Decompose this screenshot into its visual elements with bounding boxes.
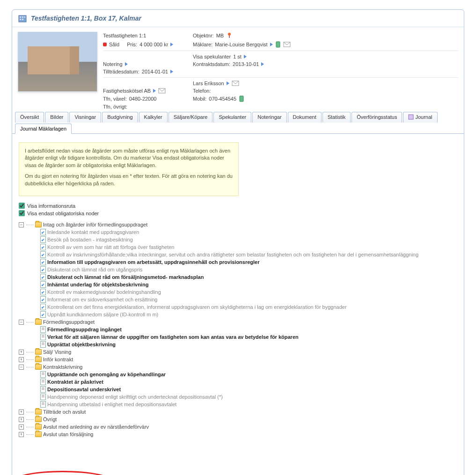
tab--verf-ringsstatus[interactable]: Överföringsstatus <box>352 112 402 123</box>
tab-spekulanter[interactable]: Spekulanter <box>213 112 251 123</box>
tree-toggle-icon[interactable]: − <box>19 365 24 370</box>
tree-item[interactable]: Förmedlingsuppdrag ingånget <box>33 326 457 333</box>
tab-statistik[interactable]: Statistik <box>322 112 351 123</box>
tab-budgivning[interactable]: Budgivning <box>102 112 138 123</box>
pin-icon[interactable] <box>226 32 233 39</box>
maklare-expand-icon[interactable] <box>270 43 273 46</box>
tree-item[interactable]: Handpenning deponerad enligt skriftligt … <box>33 393 457 401</box>
tree-item[interactable]: Informerat om ev sidoverksamhet och ersä… <box>33 296 457 303</box>
mail-icon[interactable] <box>232 80 239 86</box>
mail-icon[interactable] <box>158 88 166 94</box>
tab-label: Spekulanter <box>219 114 246 120</box>
tree-toggle-icon[interactable]: + <box>19 432 24 437</box>
tree-item[interactable]: Kontroll av inskrivningsförhållande;vilk… <box>33 251 457 258</box>
tab-bar: ÖversiktBilderVisningarBudgivningKalkyle… <box>12 111 464 133</box>
tree-item[interactable]: Information till uppdragsgivaren om arbe… <box>33 258 457 266</box>
tree-folder[interactable]: −Kontraktskrivning <box>19 363 457 371</box>
tree-item[interactable]: Kontrollerat om det finns energideklarat… <box>33 303 457 311</box>
pris-expand-icon[interactable] <box>170 43 173 46</box>
tree-item[interactable]: Diskuterat och lämnat råd om försäljning… <box>33 273 457 281</box>
company-expand-icon[interactable] <box>153 89 156 93</box>
property-thumbnail[interactable] <box>18 32 97 92</box>
tree-toggle-icon[interactable]: + <box>19 357 24 362</box>
tfn-vaxel-value: 0480-22000 <box>129 96 157 102</box>
checkbox-visa-inforuta-label[interactable]: Visa informationsruta <box>27 203 75 209</box>
folder-icon <box>35 364 42 370</box>
tab-visningar[interactable]: Visningar <box>69 112 101 123</box>
checkbox-visa-inforuta[interactable] <box>19 203 25 209</box>
tab-journal-m-klarlagen[interactable]: Journal Mäklarlagen <box>15 124 72 134</box>
tree-label: Diskuterat och lämnat råd om utgångspris <box>47 266 143 273</box>
tree-toggle-icon[interactable]: − <box>19 320 24 325</box>
svg-rect-5 <box>22 19 23 20</box>
tilltrade-expand-icon[interactable] <box>170 70 173 73</box>
tab-label: Noteringar <box>257 114 281 120</box>
tree-item[interactable]: Inledande kontakt med uppdragsgivaren <box>33 228 457 236</box>
tab-s-ljare-k-pare[interactable]: Säljare/Köpare <box>168 112 213 123</box>
folder-icon <box>35 424 42 430</box>
tree-toggle-icon[interactable]: + <box>19 409 24 415</box>
tree-folder[interactable]: +Övrigt <box>19 416 457 423</box>
spekulanter-expand-icon[interactable] <box>244 55 247 58</box>
doc-icon <box>40 371 46 378</box>
tab-noteringar[interactable]: Noteringar <box>252 112 286 123</box>
tree-label: Information till uppdragsgivaren om arbe… <box>47 258 260 266</box>
tree-label: Informerat om ev sidoverksamhet och ersä… <box>47 296 157 303</box>
tree-item[interactable]: Upprättande och genomgång av köpehandlin… <box>33 371 457 378</box>
folder-icon <box>35 319 42 325</box>
folder-icon <box>35 349 42 355</box>
visa-spekulanter-label: Visa spekulanter <box>193 54 231 59</box>
tree-label: Upprättande och genomgång av köpehandlin… <box>47 371 166 378</box>
doc-icon <box>40 401 46 408</box>
phone-icon[interactable] <box>275 41 281 48</box>
tree-folder[interactable]: −Intag och åtgärder inför förmedlingsupp… <box>19 221 457 228</box>
tree-folder[interactable]: +Tillträde och avslut <box>19 408 457 416</box>
tree-item[interactable]: Besök på bostaden - intagsbesiktning <box>33 236 457 243</box>
tree-label: Kontrollerat om det finns energideklarat… <box>47 303 347 311</box>
tree-item[interactable]: Kontroll ev makemedgivande/ bodelningsha… <box>33 288 457 296</box>
tree-item[interactable]: Kontraktet är påskrivet <box>33 378 457 386</box>
tree-toggle-icon[interactable]: − <box>19 222 24 227</box>
kontraktsdatum-label: Kontraktsdatum: <box>193 61 230 67</box>
tab-bilder[interactable]: Bilder <box>45 112 68 123</box>
tab-dokument[interactable]: Dokument <box>288 112 322 123</box>
status-label: Såld <box>109 42 119 47</box>
objektnr-label: Objektnr: <box>193 33 214 38</box>
tree-label: Sälj/ Visning <box>43 348 71 356</box>
tree-folder[interactable]: +Sälj/ Visning <box>19 348 457 356</box>
tree-item[interactable]: Depositionsavtal underskrivet <box>33 386 457 393</box>
tilltradesdatum-value: 2014-01-01 <box>142 69 168 74</box>
tree-toggle-icon[interactable]: + <box>19 424 24 430</box>
tree-item[interactable]: Verkat för att säljaren lämnar de uppgif… <box>33 333 457 341</box>
tab-kalkyler[interactable]: Kalkyler <box>139 112 168 123</box>
tree-item[interactable]: Diskuterat och lämnat råd om utgångspris <box>33 266 457 273</box>
notering-expand-icon[interactable] <box>125 62 128 66</box>
checkbox-visa-obligatoriska[interactable] <box>19 210 25 216</box>
tab--versikt[interactable]: Översikt <box>15 112 44 123</box>
tree-item[interactable]: Inhämtat underlag för objektsbeskrivning <box>33 281 457 288</box>
phone-icon[interactable] <box>239 95 244 102</box>
checkbox-visa-obligatoriska-label[interactable]: Visa endast obligatoriska noder <box>27 211 99 216</box>
tree-folder[interactable]: +Avslut med anledning av ev närståendefö… <box>19 423 457 431</box>
doc-check-icon <box>40 251 46 258</box>
tree-item[interactable]: Handpenning utbetalad i enlighet med dep… <box>33 401 457 408</box>
tree-toggle-icon[interactable]: + <box>19 350 24 355</box>
doc-check-icon <box>40 274 46 280</box>
tree-folder[interactable]: +Inför kontrakt <box>19 356 457 363</box>
doc-icon <box>40 394 46 400</box>
tree-folder[interactable]: +Avslut utan försäljning <box>19 431 457 438</box>
doc-check-icon <box>40 266 46 273</box>
doc-check-icon <box>40 236 46 243</box>
folder-icon <box>35 431 42 437</box>
tree-toggle-icon[interactable]: + <box>19 417 24 422</box>
tab-label: Översikt <box>20 114 39 120</box>
mail-icon[interactable] <box>283 42 291 47</box>
tree-item[interactable]: Upprättat objektbeskrivning <box>33 341 457 348</box>
tree-folder[interactable]: −Förmedlingsuppdraget <box>19 318 457 326</box>
kontrakt-expand-icon[interactable] <box>261 62 264 66</box>
tree-item[interactable]: Uppnått kundkännedom säljare (ID-kontrol… <box>33 311 457 318</box>
tree-item[interactable]: Kontroll av vem som har rätt att förfoga… <box>33 243 457 251</box>
tab-journal[interactable]: Journal <box>403 112 437 123</box>
journal-icon <box>408 115 414 121</box>
contact-expand-icon[interactable] <box>227 81 229 85</box>
